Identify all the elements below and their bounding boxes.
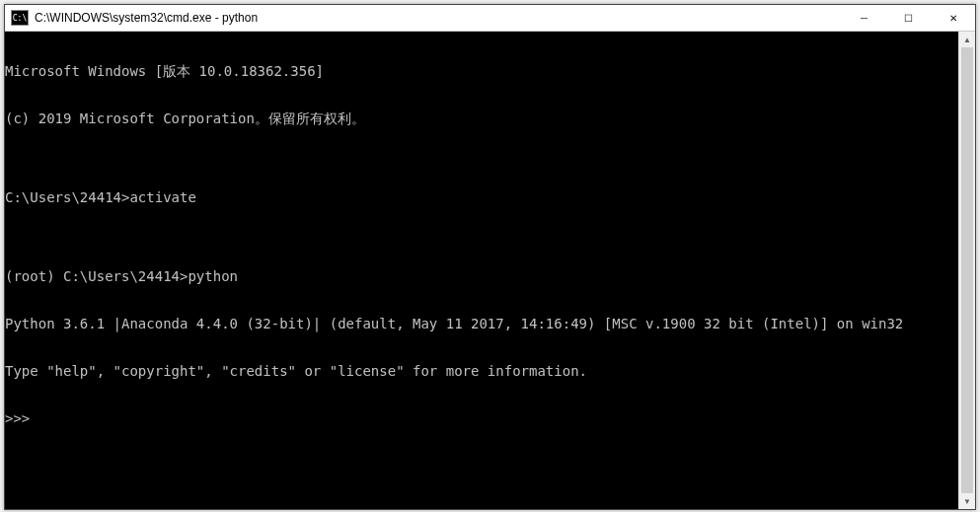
client-area: Microsoft Windows [版本 10.0.18362.356] (c… [5,32,975,509]
terminal-line: Microsoft Windows [版本 10.0.18362.356] [5,63,958,79]
minimize-button[interactable]: ─ [842,5,886,31]
terminal-line: (root) C:\Users\24414>python [5,268,958,284]
close-button[interactable]: ✕ [931,5,975,31]
cmd-icon: C:\ [11,10,29,26]
terminal-line: C:\Users\24414>activate [5,189,958,205]
terminal-line: (c) 2019 Microsoft Corporation。保留所有权利。 [5,110,958,126]
maximize-button[interactable]: ☐ [886,5,931,31]
terminal-output[interactable]: Microsoft Windows [版本 10.0.18362.356] (c… [5,32,958,509]
terminal-line: Type "help", "copyright", "credits" or "… [5,363,958,379]
scroll-thumb[interactable] [961,47,973,493]
scroll-down-button[interactable]: ▼ [959,493,975,509]
scroll-track[interactable] [959,47,975,493]
window-controls: ─ ☐ ✕ [842,5,975,31]
window-title: C:\WINDOWS\system32\cmd.exe - python [35,11,842,25]
terminal-line: Python 3.6.1 |Anaconda 4.4.0 (32-bit)| (… [5,316,958,331]
titlebar[interactable]: C:\ C:\WINDOWS\system32\cmd.exe - python… [5,5,975,32]
cmd-window: C:\ C:\WINDOWS\system32\cmd.exe - python… [4,4,976,510]
vertical-scrollbar[interactable]: ▲ ▼ [958,32,975,509]
scroll-up-button[interactable]: ▲ [959,32,975,47]
terminal-line: >>> [5,410,958,426]
